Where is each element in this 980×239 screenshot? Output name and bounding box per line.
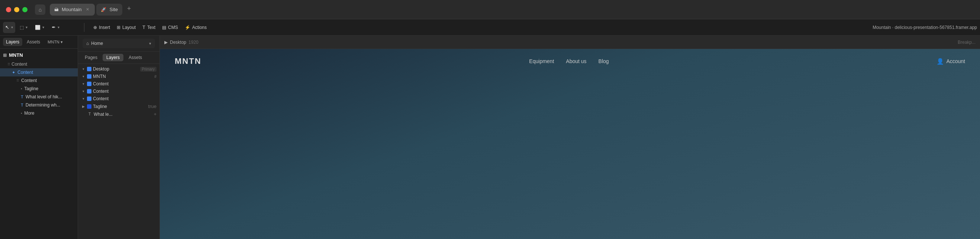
layout-icon: ⊞: [117, 25, 121, 30]
content2-color-box: [87, 89, 91, 93]
sidebar-item-content-sub[interactable]: ⠿ Content: [0, 76, 78, 85]
text-icon: T: [142, 24, 145, 30]
layers-panel: ⌂ Home ▾ Pages Layers Assets ▾ Desktop P…: [78, 36, 160, 239]
toolbar-right: Mountain · delicious-presentation-567851…: [873, 25, 977, 30]
actions-label: Actions: [192, 25, 207, 30]
content3-label: Content: [93, 96, 108, 101]
mntn-color-box: [87, 74, 91, 79]
sidebar-tab-layers[interactable]: Layers: [3, 38, 22, 46]
tagline-color-box: [87, 104, 91, 109]
cursor-icon: ↖: [5, 24, 9, 30]
sidebar-tab-mntn[interactable]: MNTN ▾: [45, 38, 66, 46]
layer-mntn[interactable]: ▾ MNTN #: [78, 73, 159, 80]
more-label: More: [24, 111, 34, 116]
actions-button[interactable]: ⚡ Actions: [182, 22, 210, 33]
mountain-tab-close[interactable]: ✕: [84, 7, 90, 13]
preview-nav-links: Equipment About us Blog: [529, 58, 609, 64]
sidebar-item-determining[interactable]: T Determining wh...: [0, 101, 78, 109]
layers-tab-assets[interactable]: Assets: [125, 54, 146, 61]
layout-label: Layout: [123, 25, 136, 30]
maximize-button[interactable]: [22, 7, 27, 12]
layer-what-le[interactable]: ▶ T What le... +: [78, 110, 159, 118]
sidebar-item-tagline[interactable]: ▪ Tagline: [0, 85, 78, 93]
tab-mountain[interactable]: 🏔 Mountain ✕: [50, 4, 95, 16]
text-button[interactable]: T Text: [139, 22, 158, 33]
preview-frame: MNTN Equipment About us Blog 👤 Account: [160, 49, 980, 239]
pen-icon: ✒: [52, 24, 56, 30]
nav-equipment[interactable]: Equipment: [529, 58, 554, 64]
shape-icon: ⬜: [35, 25, 41, 30]
select-tool-button[interactable]: ↖ ▾: [3, 22, 15, 33]
sidebar-group-content[interactable]: ⠿ Content: [0, 60, 78, 68]
page-selector-label: Home: [91, 41, 103, 46]
home-icon: ⌂: [39, 7, 41, 13]
nav-about-us[interactable]: About us: [566, 58, 586, 64]
layout-button[interactable]: ⊞ Layout: [114, 22, 139, 33]
home-page-icon: ⌂: [86, 41, 89, 46]
preview-logo: MNTN: [175, 56, 202, 66]
content-sub-label: Content: [21, 78, 37, 83]
hash-icon-mntn: #: [154, 74, 156, 79]
desktop-label: Desktop: [93, 66, 109, 72]
content-item-label: Content: [18, 70, 33, 75]
layer-content-1[interactable]: ▾ Content: [78, 80, 159, 88]
canvas-area: ▶ Desktop 1920 Breakp... MNTN Equipment …: [160, 36, 980, 239]
home-button[interactable]: ⌂: [35, 5, 45, 15]
sidebar-tree: ⊞ MNTN ⠿ Content ✦ Content ⠿ Content ▪ T: [0, 49, 78, 239]
sidebar-item-mntn-root[interactable]: ⊞ MNTN: [0, 50, 78, 60]
sidebar-tab-assets[interactable]: Assets: [24, 38, 43, 46]
what-level-label: What level of hik...: [25, 94, 62, 100]
mntn-layer-label: MNTN: [93, 74, 106, 79]
tab-site[interactable]: 🚀 Site: [96, 4, 122, 16]
toolbar: ↖ ▾ ⬚ ▾ ⬜ ▾ ✒ ▾ ⊕ Insert ⊞ Layout T Text: [0, 19, 980, 36]
layer-content-3[interactable]: ▾ Content: [78, 95, 159, 103]
pen-tool-button[interactable]: ✒ ▾: [49, 22, 62, 33]
frame-icon-more: ▪: [21, 111, 22, 115]
sidebar-item-content[interactable]: ✦ Content: [0, 68, 78, 76]
mountain-tab-label: Mountain: [62, 7, 81, 12]
determining-label: Determining wh...: [25, 103, 60, 108]
sidebar-item-what-level[interactable]: T What level of hik...: [0, 93, 78, 101]
insert-label: Insert: [99, 25, 110, 30]
layers-tree: ▾ Desktop Primary ▾ MNTN # ▾ Content ▾: [78, 64, 159, 239]
sidebar-item-more[interactable]: ▪ More: [0, 109, 78, 117]
content-group-label: Content: [11, 62, 27, 67]
minimize-button[interactable]: [14, 7, 19, 12]
layer-tagline[interactable]: ▶ Tagline true: [78, 103, 159, 110]
chevron-content-2: ▾: [81, 89, 86, 93]
preview-account[interactable]: 👤 Account: [937, 58, 965, 65]
frame-tool-button[interactable]: ⬚ ▾: [17, 22, 30, 33]
layers-tab-layers[interactable]: Layers: [103, 54, 123, 61]
plus-icon-what[interactable]: +: [154, 111, 156, 117]
actions-icon: ⚡: [185, 25, 190, 30]
frame-icon: ⬚: [20, 25, 24, 30]
add-tab-button[interactable]: +: [124, 4, 134, 14]
nav-blog[interactable]: Blog: [598, 58, 609, 64]
close-button[interactable]: [6, 7, 11, 12]
text-icon-determining: T: [21, 103, 24, 107]
insert-button[interactable]: ⊕ Insert: [90, 22, 113, 33]
left-sidebar: Layers Assets MNTN ▾ ⊞ MNTN ⠿ Content ✦ …: [0, 36, 78, 239]
traffic-lights: [6, 7, 27, 12]
chevron-down-page: ▾: [149, 41, 151, 46]
content3-color-box: [87, 97, 91, 101]
layer-desktop[interactable]: ▾ Desktop Primary: [78, 65, 159, 73]
cms-label: CMS: [168, 25, 178, 30]
layer-content-2[interactable]: ▾ Content: [78, 88, 159, 95]
plus-icon-tagline[interactable]: true: [148, 104, 156, 109]
chevron-down-icon: ▾: [11, 25, 13, 29]
chevron-content-3: ▾: [81, 97, 86, 101]
layers-tab-pages[interactable]: Pages: [81, 54, 101, 61]
shape-tool-button[interactable]: ⬜ ▾: [32, 22, 47, 33]
page-selector[interactable]: ⌂ Home ▾: [83, 39, 155, 48]
drag-icon: ⠿: [8, 62, 10, 66]
canvas-label: ▶ Desktop 1920: [164, 40, 199, 45]
cms-button[interactable]: ▤ CMS: [159, 22, 181, 33]
text-label: Text: [147, 25, 155, 30]
frame-icon-tagline: ▪: [21, 87, 22, 90]
grid-icon: ⊞: [3, 53, 7, 58]
canvas-toolbar: ▶ Desktop 1920 Breakp...: [160, 36, 980, 49]
mntn-root-label: MNTN: [9, 52, 23, 58]
play-icon[interactable]: ▶: [164, 40, 168, 45]
chevron-what-le: ▶: [81, 112, 86, 117]
